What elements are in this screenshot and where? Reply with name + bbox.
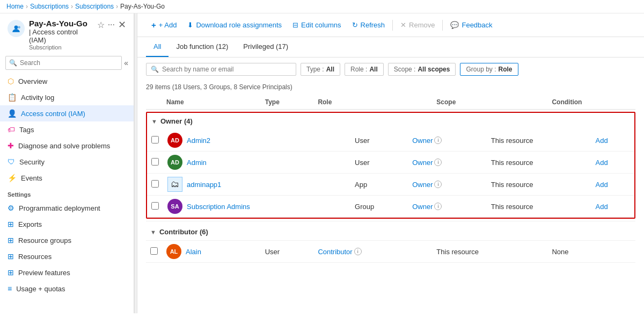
breadcrumb-home[interactable]: Home	[6, 3, 24, 10]
sidebar-item-events[interactable]: ⚡ Events	[0, 170, 134, 186]
sidebar-diagnose-label: Diagnose and solve problems	[18, 142, 110, 150]
type-cell-alain: User	[261, 241, 314, 263]
sidebar-resources-label: Resources	[18, 253, 52, 261]
type-cell-admin: User	[350, 152, 408, 174]
role-info-icon-adminapp1[interactable]: i	[434, 181, 442, 188]
download-button[interactable]: ⬇ Download role assignments	[182, 18, 287, 32]
sidebar-collapse-button[interactable]: «	[124, 59, 128, 67]
name-cell-adminapp1: 🗂 adminapp1	[167, 177, 346, 192]
name-link-admin[interactable]: Admin	[187, 159, 207, 167]
role-cell-adminapp1[interactable]: Owner i	[412, 181, 482, 189]
scope-filter[interactable]: Scope : All scopes	[388, 63, 456, 76]
remove-button[interactable]: ✕ Remove	[395, 18, 440, 32]
favorite-button[interactable]: ☆	[97, 20, 105, 30]
sidebar-overview-label: Overview	[18, 77, 47, 85]
scope-cell-alain: This resource	[432, 241, 547, 263]
scope-value: All scopes	[418, 66, 450, 73]
breadcrumb-subscriptions2[interactable]: Subscriptions	[75, 3, 114, 10]
sidebar-search-input[interactable]	[5, 56, 122, 70]
sidebar-item-programmatic[interactable]: ⚙ Programmatic deployment	[0, 200, 134, 216]
overview-icon: ⬡	[8, 77, 14, 85]
usage-quotas-icon: ≡	[8, 284, 12, 293]
security-icon: 🛡	[8, 157, 15, 166]
sidebar-item-exports[interactable]: ⊞ Exports	[0, 216, 134, 232]
sidebar-item-resource-groups[interactable]: ⊞ Resource groups	[0, 232, 134, 248]
edit-columns-icon: ⊟	[292, 21, 298, 29]
search-input[interactable]	[162, 66, 291, 73]
breadcrumb-current: Pay-As-You-Go	[120, 3, 165, 10]
contributor-group-toggle[interactable]: ▼ Contributor (6)	[146, 224, 635, 240]
group-by-label: Group by :	[466, 66, 496, 73]
filter-row: 🔍 Type : All Role : All Scope : All scop…	[137, 58, 644, 81]
toolbar-divider1	[392, 20, 393, 31]
sidebar-item-preview-features[interactable]: ⊞ Preview features	[0, 264, 134, 281]
type-label: Type :	[306, 66, 324, 73]
row-checkbox-sa[interactable]	[151, 202, 159, 210]
search-box[interactable]: 🔍	[146, 63, 296, 76]
row-checkbox-admin2[interactable]	[151, 136, 159, 143]
tags-icon: 🏷	[8, 125, 15, 134]
role-cell-admin[interactable]: Owner i	[412, 159, 482, 167]
feedback-button[interactable]: 💬 Feedback	[445, 18, 497, 32]
scope-label: Scope :	[394, 66, 416, 73]
role-cell-admin2[interactable]: Owner i	[412, 137, 482, 145]
resource-type: Subscription	[29, 44, 93, 51]
row-checkbox-alain[interactable]	[150, 247, 158, 255]
download-label: Download role assignments	[196, 21, 282, 29]
table-header-row: Name Type Role Scope Condition	[146, 95, 635, 110]
type-filter[interactable]: Type : All	[301, 63, 340, 76]
row-checkbox-admin[interactable]	[151, 158, 159, 166]
th-scope: Scope	[432, 95, 547, 110]
role-info-icon-admin[interactable]: i	[434, 159, 442, 166]
tab-job-function[interactable]: Job function (12)	[169, 37, 236, 57]
name-link-alain[interactable]: Alain	[186, 248, 201, 256]
close-button[interactable]: ✕	[118, 19, 126, 31]
condition-add-sa[interactable]: Add	[596, 203, 608, 211]
page-main-title: Pay-As-You-Go	[29, 19, 93, 28]
sidebar-item-activity-log[interactable]: 📋 Activity log	[0, 89, 134, 105]
th-type: Type	[261, 95, 314, 110]
add-button[interactable]: + + Add	[146, 18, 182, 32]
sidebar-item-security[interactable]: 🛡 Security	[0, 154, 134, 170]
sidebar-events-label: Events	[21, 174, 42, 182]
tab-all[interactable]: All	[146, 37, 169, 57]
role-filter[interactable]: Role : All	[345, 63, 384, 76]
row-checkbox-adminapp1[interactable]	[151, 180, 159, 188]
events-icon: ⚡	[8, 174, 17, 182]
programmatic-icon: ⚙	[8, 204, 14, 212]
resources-icon: ⊞	[8, 252, 14, 261]
group-header-owner[interactable]: ▼ Owner (4) AD	[146, 110, 635, 221]
more-options-button[interactable]: ···	[108, 20, 115, 30]
name-link-adminapp1[interactable]: adminapp1	[187, 181, 221, 189]
refresh-button[interactable]: ↻ Refresh	[347, 18, 391, 32]
sidebar-preview-label: Preview features	[18, 269, 70, 277]
owner-group-toggle[interactable]: ▼ Owner (4)	[147, 113, 634, 130]
edit-columns-button[interactable]: ⊟ Edit columns	[287, 18, 346, 32]
sidebar-item-overview[interactable]: ⬡ Overview	[0, 73, 134, 89]
sidebar-item-iam[interactable]: 👤 Access control (IAM)	[0, 105, 134, 121]
sidebar-item-diagnose[interactable]: ✚ Diagnose and solve problems	[0, 138, 134, 154]
sidebar-item-usage-quotas[interactable]: ≡ Usage + quotas	[0, 281, 134, 297]
exports-icon: ⊞	[8, 220, 14, 228]
condition-add-admin2[interactable]: Add	[596, 137, 608, 145]
sidebar-item-tags[interactable]: 🏷 Tags	[0, 121, 134, 138]
role-cell-alain[interactable]: Contributor i	[318, 248, 428, 256]
condition-add-adminapp1[interactable]: Add	[596, 181, 608, 189]
role-cell-sa[interactable]: Owner i	[412, 203, 482, 211]
group-header-contributor[interactable]: ▼ Contributor (6)	[146, 221, 635, 241]
role-info-icon-sa[interactable]: i	[434, 203, 442, 210]
name-link-admin2[interactable]: Admin2	[187, 137, 210, 145]
tab-privileged[interactable]: Privileged (17)	[236, 37, 296, 57]
group-by-filter[interactable]: Group by : Role	[460, 63, 518, 76]
th-name: Name	[162, 95, 261, 110]
table-row: AD Admin User Owner	[147, 152, 634, 174]
name-link-sa[interactable]: Subscription Admins	[187, 203, 250, 211]
sidebar-tags-label: Tags	[19, 126, 34, 134]
role-info-icon-admin2[interactable]: i	[434, 137, 442, 144]
toolbar: + + Add ⬇ Download role assignments ⊟ Ed…	[137, 13, 644, 37]
name-cell-admin: AD Admin	[167, 155, 346, 170]
role-info-icon-alain[interactable]: i	[354, 248, 362, 255]
sidebar-item-resources[interactable]: ⊞ Resources	[0, 248, 134, 264]
condition-add-admin[interactable]: Add	[596, 159, 608, 167]
breadcrumb-subscriptions1[interactable]: Subscriptions	[30, 3, 69, 10]
